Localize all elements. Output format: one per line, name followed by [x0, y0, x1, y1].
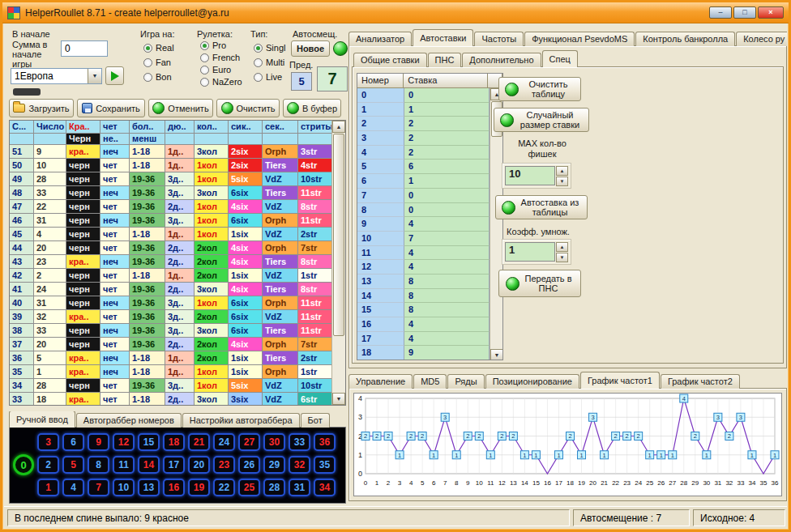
send-to-pns-button[interactable]: Передать в ПНС	[498, 270, 581, 297]
chevron-down-icon[interactable]: ▼	[88, 69, 101, 83]
history-row[interactable]: 351кра..неч1-181д..1кол1sixOrph1str	[10, 365, 331, 379]
radio-bon[interactable]: Bon	[143, 70, 174, 83]
load-button[interactable]: Загрузить	[9, 99, 74, 117]
tab-позиционирование[interactable]: Позиционирование	[485, 374, 579, 389]
tab-md5[interactable]: MD5	[413, 374, 447, 389]
history-row[interactable]: 4031черннеч19-363д..1кол6sixOrph11str	[10, 296, 331, 310]
number-tile-32[interactable]: 32	[289, 456, 310, 474]
history-row[interactable]: 4833черннеч19-363д..3кол6sixTiers11str	[10, 186, 331, 200]
history-row[interactable]: 4323кра..неч19-362д..2кол4sixTiers8str	[10, 255, 331, 269]
subtab-спец[interactable]: Спец	[542, 50, 578, 67]
clear-spec-table-button[interactable]: Очистить таблицу	[498, 77, 581, 101]
number-tile-29[interactable]: 29	[263, 456, 285, 474]
undo-button[interactable]: Отменить	[148, 99, 213, 117]
history-row[interactable]: 3428чернчет19-363д..1кол5sixVdZ10str	[10, 379, 331, 393]
spec-row[interactable]: 107	[357, 232, 490, 246]
spec-row[interactable]: 22	[357, 117, 490, 131]
number-tile-6[interactable]: 6	[62, 433, 84, 451]
spec-row[interactable]: 61	[357, 174, 490, 189]
spin-down-icon[interactable]: ▼	[556, 253, 568, 262]
number-tile-2[interactable]: 2	[37, 456, 59, 474]
history-row[interactable]: 4631черннеч19-363д..1кол6sixOrph11str	[10, 214, 331, 228]
number-tile-5[interactable]: 5	[62, 456, 84, 474]
spec-row[interactable]: 56	[357, 160, 490, 174]
number-tile-3[interactable]: 3	[37, 433, 59, 451]
subtab-пнс[interactable]: ПНС	[428, 53, 462, 67]
spec-row[interactable]: 158	[357, 303, 490, 317]
number-tile-10[interactable]: 10	[113, 479, 135, 496]
scroll-down-icon[interactable]: ▼	[490, 349, 503, 360]
spec-row[interactable]: 70	[357, 189, 490, 203]
radio-nazero[interactable]: NaZero	[200, 76, 242, 87]
preset-combobox[interactable]: 1Европа ▼	[11, 68, 102, 84]
history-row[interactable]: 519кра..неч1-181д..3кол2sixOrph3str	[10, 145, 331, 159]
number-tile-21[interactable]: 21	[188, 433, 210, 451]
spec-row[interactable]: 174	[357, 332, 490, 347]
history-row[interactable]: 365кра..неч1-181д..2кол1sixTiers2str	[10, 351, 331, 365]
history-row[interactable]: 422чернчет1-181д..2кол1sixVdZ1str	[10, 269, 331, 283]
history-row[interactable]: 3318кра..чет1-182д..3кол3sixVdZ6str	[10, 393, 331, 405]
history-row[interactable]: 5010чернчет1-181д..1кол2sixTiers4str	[10, 159, 331, 172]
number-tile-27[interactable]: 27	[238, 433, 260, 451]
tab-ручной-ввод[interactable]: Ручной ввод	[9, 411, 75, 428]
spec-row[interactable]: 114	[357, 246, 490, 261]
number-tile-7[interactable]: 7	[88, 479, 109, 496]
radio-french[interactable]: French	[200, 52, 242, 63]
save-button[interactable]: Сохранить	[77, 99, 145, 117]
number-tile-17[interactable]: 17	[163, 456, 185, 474]
number-tile-23[interactable]: 23	[213, 456, 235, 474]
radio-fan[interactable]: Fan	[143, 56, 174, 69]
number-tile-1[interactable]: 1	[37, 479, 59, 496]
number-tile-24[interactable]: 24	[213, 433, 235, 451]
collapse-strip[interactable]	[13, 88, 41, 96]
max-chips-input[interactable]: 10	[505, 166, 555, 185]
start-sum-input[interactable]	[61, 40, 108, 57]
number-tile-0[interactable]: 0	[13, 454, 34, 475]
number-tile-26[interactable]: 26	[238, 456, 260, 474]
scroll-down-icon[interactable]: ▼	[332, 393, 345, 405]
history-row[interactable]: 4124чернчет19-362д..3кол4sixTiers8str	[10, 283, 331, 296]
number-tile-19[interactable]: 19	[188, 479, 210, 496]
new-autoshift-button[interactable]: Новое	[291, 40, 330, 57]
tab-автограббер-номеров[interactable]: Автограббер номеров	[76, 413, 182, 428]
spec-row[interactable]: 32	[357, 131, 490, 146]
spec-row[interactable]: 189	[357, 346, 490, 360]
tab-автоставки[interactable]: Автоставки	[413, 29, 473, 46]
number-tile-36[interactable]: 36	[314, 433, 336, 451]
coef-input[interactable]: 1	[505, 242, 555, 262]
tab-управление[interactable]: Управление	[348, 374, 413, 389]
tab-частоты[interactable]: Частоты	[474, 32, 524, 46]
number-tile-20[interactable]: 20	[188, 456, 210, 474]
number-tile-22[interactable]: 22	[213, 479, 235, 496]
spec-row[interactable]: 00	[357, 88, 490, 103]
number-tile-25[interactable]: 25	[238, 479, 260, 496]
tab-функционал-psevdoms[interactable]: Функционал PsevdoMS	[524, 32, 635, 46]
number-tile-34[interactable]: 34	[314, 479, 336, 496]
spec-row[interactable]: 164	[357, 317, 490, 332]
history-scroll-thumb[interactable]	[333, 134, 344, 336]
number-tile-30[interactable]: 30	[263, 433, 285, 451]
subtab-общие-ставки[interactable]: Общие ставки	[353, 53, 427, 67]
radio-multi[interactable]: Multi	[254, 56, 285, 69]
number-tile-28[interactable]: 28	[263, 479, 285, 496]
spin-up-icon[interactable]: ▲	[556, 166, 568, 176]
spec-row[interactable]: 80	[357, 203, 490, 218]
maximize-icon[interactable]: □	[733, 6, 756, 19]
autoshift-indicator-icon[interactable]	[333, 41, 348, 56]
minimize-icon[interactable]: –	[709, 6, 732, 19]
history-row[interactable]: 4928чернчет19-363д..1кол5sixVdZ10str	[10, 172, 331, 186]
number-tile-4[interactable]: 4	[62, 479, 84, 496]
tab-настройки-автограббера[interactable]: Настройки автограббера	[182, 413, 300, 428]
tab-график-частот2[interactable]: График частот2	[661, 374, 740, 389]
number-tile-12[interactable]: 12	[113, 433, 135, 451]
number-tile-33[interactable]: 33	[289, 433, 310, 451]
number-tile-18[interactable]: 18	[163, 433, 185, 451]
history-row[interactable]: 3833черннеч19-363д..3кол6sixTiers11str	[10, 324, 331, 338]
tab-колесо-ру[interactable]: Колесо ру	[736, 32, 787, 46]
history-row[interactable]: 3720чернчет19-362д..2кол4sixOrph7str	[10, 338, 331, 351]
history-scrollbar[interactable]: ▲ ▼	[331, 121, 345, 405]
number-tile-15[interactable]: 15	[138, 433, 160, 451]
spin-down-icon[interactable]: ▼	[556, 177, 568, 186]
scroll-up-icon[interactable]: ▲	[332, 121, 345, 133]
start-button[interactable]	[105, 66, 124, 85]
